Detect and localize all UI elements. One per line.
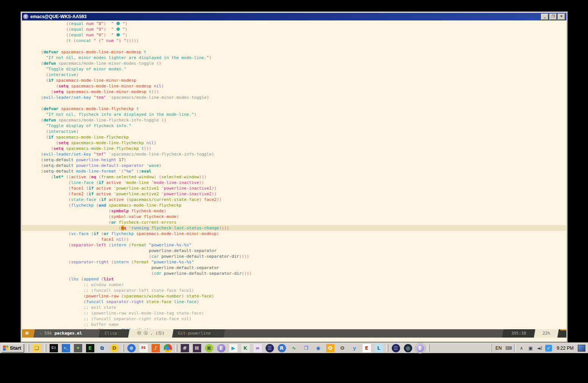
keyboard-icon[interactable]: ⌨	[505, 345, 512, 352]
code-line: (defun spacemacs/mode-line-minor-modes-t…	[22, 61, 566, 66]
code-line: powerline-default-separator	[22, 248, 566, 254]
code-line: (eq 'running flycheck-last-status-change…	[22, 225, 566, 231]
taskbar-handle[interactable]	[122, 344, 124, 352]
code-line: (lhs (append (list	[22, 276, 566, 282]
powerline-separator	[222, 329, 227, 338]
dropbox-icon[interactable]: ✓	[545, 345, 552, 352]
code-line: (symbol-value flycheck-mode)	[22, 214, 566, 220]
modeline-segment-minor-modes[interactable]: Ⓗ Ⓐ , (Ⓢ)	[131, 329, 170, 338]
clock[interactable]: 9:22 PM	[557, 346, 574, 351]
code-line: (t (concat " (" num ") ")))))	[22, 38, 566, 44]
show-desktop-button[interactable]	[578, 345, 585, 352]
emacs-active-icon[interactable]: E	[416, 344, 424, 352]
powerline-separator	[532, 329, 537, 338]
code-line: ((equal num "0") " ❿ ")	[22, 32, 566, 38]
taskbar-handle[interactable]	[44, 344, 46, 352]
volume-icon[interactable]: ◄)	[536, 345, 543, 352]
outlook-icon[interactable]: O	[326, 344, 335, 352]
code-line: (interactive)	[22, 72, 566, 78]
code-line: ((equal num "8") " ❽ ")	[22, 21, 566, 26]
code-line: "If not nil, minor modes lighter are dis…	[22, 55, 566, 61]
title-bar[interactable]: E emacs@QUE-WKS-AA593 _ ❐ ✕	[22, 13, 566, 20]
cyberduck-icon[interactable]: D	[110, 344, 119, 352]
conemu-icon[interactable]: E	[86, 344, 94, 352]
network-icon[interactable]: ▣	[527, 345, 534, 352]
restore-button[interactable]: ❐	[549, 14, 557, 20]
code-line: (state-face (if active (spacemacs/curren…	[22, 197, 566, 202]
modeline-segment-window-number[interactable]: ❶	[22, 329, 32, 338]
code-line: ;; window number	[22, 282, 566, 288]
perforce-p4-icon[interactable]: P4	[139, 344, 148, 352]
modeline-segment-major-mode[interactable]: Elisp	[102, 329, 127, 338]
code-line: (setq spacemacs-mode-line-flycheckp nil)	[22, 140, 566, 146]
steam-icon[interactable]: ◎	[404, 344, 412, 352]
code-line: "Toggle display of flycheck info."	[22, 123, 566, 129]
slack-icon[interactable]: #	[181, 344, 189, 352]
code-line	[22, 100, 566, 106]
code-line: ;; evil state	[22, 305, 566, 310]
mode-line: ❶- 59k packages.elElispⒽ Ⓐ , (Ⓢ)Git-powe…	[22, 329, 566, 338]
code-line: (line-face (if active 'mode-line 'mode-l…	[22, 180, 566, 185]
modeline-segment-vc-branch[interactable]: Git-powerline	[175, 329, 222, 338]
red-e-icon[interactable]: E	[363, 344, 371, 352]
audio-bars-icon[interactable]: ǁǁ	[193, 344, 201, 352]
eye-icon[interactable]: ◉	[314, 344, 322, 352]
taskbar-handle[interactable]	[175, 344, 177, 352]
taskbar-handle[interactable]	[27, 344, 29, 352]
code-line: "If not nil, flycheck info are displayed…	[22, 112, 566, 117]
eclipse2-icon[interactable]: ☰	[392, 344, 400, 352]
code-line: ;; (funcall separator-right state-face n…	[22, 316, 566, 322]
google-play-icon[interactable]: ▶	[229, 344, 238, 352]
remote-desktop-icon[interactable]: ⧉	[98, 344, 106, 352]
modeline-segment-scroll-percent[interactable]: 22%	[537, 329, 556, 338]
buffer-name: packages.el	[55, 331, 82, 336]
taskbar-handle[interactable]	[386, 344, 388, 352]
lightroom-icon[interactable]: L	[375, 344, 383, 352]
powerline-separator	[32, 329, 36, 338]
chevron-up-icon[interactable]: ∧	[518, 345, 525, 352]
sync-app-icon[interactable]: ❒	[302, 344, 310, 352]
taskbar: Start ❏C:\≻_✦E⧉D⊕P4♪●#ǁǁ≋E▶K∞☰R∿❒◉OʘyEL☰…	[0, 343, 588, 353]
spotify-icon[interactable]: ≋	[205, 344, 213, 352]
chrome-icon[interactable]: ●	[164, 344, 172, 352]
window-title: emacs@QUE-WKS-AA593	[30, 14, 540, 19]
taskbar-handle[interactable]	[428, 344, 430, 352]
modeline-segment-end-cap[interactable]	[560, 329, 566, 338]
eclipse-icon[interactable]: ☰	[266, 344, 274, 352]
infinity-icon[interactable]: ∞	[253, 344, 262, 352]
r-sphere-icon[interactable]: R	[278, 344, 286, 352]
modeline-segment-line-column[interactable]: 395:38	[505, 329, 532, 338]
powershell-icon[interactable]: ≻_	[62, 344, 70, 352]
modeline-segment-filler[interactable]	[227, 329, 500, 338]
winscp-icon[interactable]: y	[350, 344, 359, 352]
code-line: (interactive)	[22, 129, 566, 134]
minimize-button[interactable]: _	[541, 14, 549, 20]
code-line: ;; (powerline-raw evil-mode-line-tag sta…	[22, 310, 566, 316]
code-line: (powerline-raw (spacemacs/window-number)…	[22, 293, 566, 299]
gimp-icon[interactable]: ʘ	[338, 344, 347, 352]
code-line: (defun spacemacs/mode-line-flycheck-info…	[22, 117, 566, 123]
close-button[interactable]: ✕	[558, 14, 565, 20]
modeline-segment-buffer-info[interactable]: - 59k packages.el	[36, 329, 97, 338]
code-line: (symbolp flycheck-mode)	[22, 208, 566, 214]
powerline-separator	[127, 329, 131, 338]
music-note-icon[interactable]: ♪	[152, 344, 160, 352]
keepass-icon[interactable]: K	[241, 344, 250, 352]
globe-icon[interactable]: ⊕	[127, 344, 136, 352]
minibuffer[interactable]	[22, 338, 566, 342]
language-indicator[interactable]: EN	[496, 346, 502, 351]
snake-icon[interactable]: ∿	[290, 344, 298, 352]
code-line: powerline-default-separator	[22, 265, 566, 271]
powerline-separator	[97, 329, 102, 338]
start-button[interactable]: Start	[1, 344, 24, 353]
tray-icons: ⌨∧▣◄)✓	[504, 344, 553, 352]
graphics-app-icon[interactable]: ✦	[74, 344, 82, 352]
emacs-icon[interactable]: E	[217, 344, 225, 352]
code-line: (evil-leader/set-key "tmf" 'spacemacs/mo…	[22, 151, 566, 157]
cmd-icon[interactable]: C:\	[50, 344, 58, 352]
code-line: (evil-leader/set-key "tmm" 'spacemacs/mo…	[22, 95, 566, 100]
code-line: "Toggle display of minor modes."	[22, 66, 566, 72]
quicklaunch-folder-icon[interactable]: ❏	[33, 344, 41, 352]
code-area[interactable]: ((equal num "8") " ❽ ") ((equal num "9")…	[22, 20, 566, 329]
tray-separator	[514, 344, 516, 352]
